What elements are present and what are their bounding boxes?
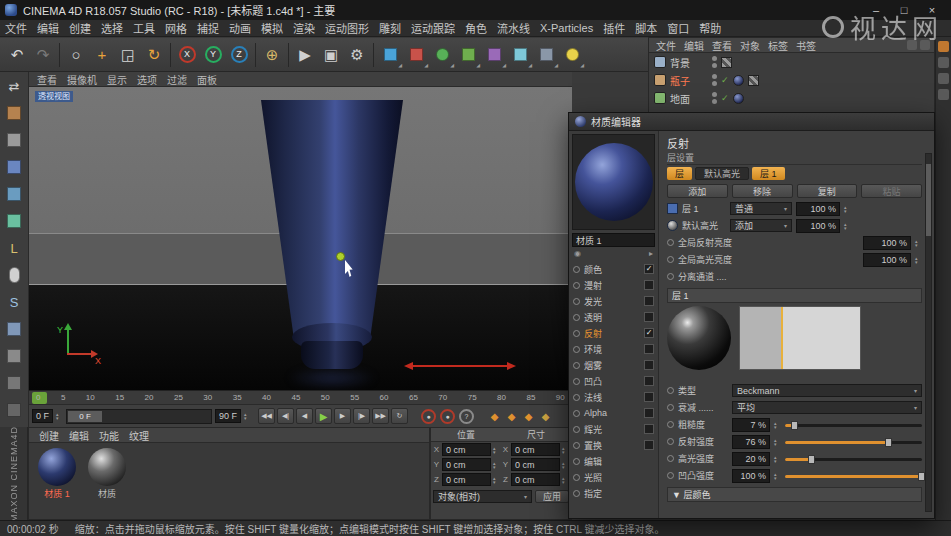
texture-tag-icon[interactable] [721, 57, 732, 68]
param-value-field[interactable]: 100 % [732, 469, 770, 483]
spline-pen-button[interactable]: ◢ [403, 41, 429, 69]
channel-radio-icon[interactable] [573, 298, 580, 305]
workplane-icon[interactable] [2, 318, 26, 340]
channel-radio-icon[interactable] [573, 442, 580, 449]
z-axis-lock-button[interactable]: Z [226, 41, 252, 69]
param-value-field[interactable]: 76 % [732, 435, 770, 449]
keyframe-help-button[interactable]: ? [459, 409, 474, 424]
anim-dot-icon[interactable] [667, 387, 674, 394]
modeling-settings-icon[interactable] [2, 399, 26, 421]
current-frame-stepper[interactable]: ▴▾ [56, 412, 63, 420]
stepper[interactable]: ▴▾ [774, 421, 781, 429]
stepper[interactable]: ▴▾ [493, 476, 500, 484]
menu-item-帮助[interactable]: 帮助 [694, 20, 726, 36]
添加-button[interactable]: 添加 [667, 184, 728, 198]
om-menu-编辑[interactable]: 编辑 [681, 38, 707, 53]
visibility-dots[interactable] [712, 56, 717, 68]
channel-checkbox[interactable]: ✓ [644, 264, 654, 274]
param-slider[interactable] [785, 420, 922, 430]
model-mode-icon[interactable] [2, 102, 26, 124]
material-menu-创建[interactable]: 创建 [35, 428, 63, 443]
keyframe-parameter-icon[interactable]: ◆ [538, 409, 553, 424]
goto-start-button[interactable]: ◀◀ [258, 408, 275, 424]
make-editable-icon[interactable]: ⇄ [2, 75, 26, 97]
render-settings-button[interactable]: ⚙ [344, 41, 370, 69]
channel-置换[interactable]: 置换 [572, 437, 655, 453]
om-menu-对象[interactable]: 对象 [737, 38, 763, 53]
channel-辉光[interactable]: 辉光 [572, 421, 655, 437]
rotate-tool-icon[interactable]: ↻ [141, 41, 167, 69]
position-y-field[interactable]: 0 cm [442, 458, 491, 471]
stepper[interactable]: ▴▾ [915, 239, 922, 247]
coordinates-panel-icon[interactable] [938, 89, 949, 100]
material-swatch[interactable]: 材质 [86, 448, 128, 500]
channel-radio-icon[interactable] [573, 394, 580, 401]
stepper[interactable]: ▴▾ [493, 461, 500, 469]
menu-item-雕刻[interactable]: 雕刻 [374, 20, 406, 36]
material-menu-功能[interactable]: 功能 [95, 428, 123, 443]
subdivision-surface-button[interactable]: ◢ [429, 41, 455, 69]
material-swatch[interactable]: 材质 1 [36, 448, 78, 500]
size-x-field[interactable]: 0 cm [511, 443, 560, 456]
channel-radio-icon[interactable] [573, 330, 580, 337]
viewport-menu-选项[interactable]: 选项 [133, 72, 161, 87]
channel-烟雾[interactable]: 烟雾 [572, 357, 655, 373]
material-preview-area[interactable] [572, 134, 655, 230]
next-frame-button[interactable]: ▶ [334, 408, 351, 424]
layer-strength-field[interactable]: 100 % [796, 202, 840, 216]
param-slider[interactable] [785, 471, 922, 481]
material-name-field[interactable]: 材质 1 [572, 233, 655, 247]
slider-knob[interactable] [918, 472, 925, 481]
viewport-menu-显示[interactable]: 显示 [103, 72, 131, 87]
size-z-field[interactable]: 0 cm [511, 473, 560, 486]
channel-漫射[interactable]: 漫射 [572, 277, 655, 293]
om-filter-icon[interactable] [920, 40, 930, 50]
close-button[interactable]: × [918, 1, 946, 19]
menu-item-插件[interactable]: 插件 [598, 20, 630, 36]
menu-item-运动图形[interactable]: 运动图形 [320, 20, 374, 36]
current-frame-field[interactable]: 0 F [32, 409, 53, 423]
channel-checkbox[interactable] [644, 360, 654, 370]
anim-dot-icon[interactable] [667, 273, 674, 280]
menu-item-模拟[interactable]: 模拟 [256, 20, 288, 36]
menu-item-文件[interactable]: 文件 [0, 20, 32, 36]
channel-checkbox[interactable] [644, 296, 654, 306]
keyframe-scale-icon[interactable]: ◆ [504, 409, 519, 424]
play-button[interactable]: ▶ [315, 408, 332, 424]
material-editor-scrollbar[interactable] [925, 153, 932, 512]
light-button[interactable]: ◢ [559, 41, 585, 69]
preview-expand-icon[interactable]: ▸ [649, 249, 653, 258]
solo-mode-icon[interactable] [2, 264, 26, 286]
viewport-menu-过滤[interactable]: 过滤 [163, 72, 191, 87]
axis-mode-icon[interactable]: L [2, 237, 26, 259]
anim-dot-icon[interactable] [667, 472, 674, 479]
deformer-button[interactable]: ◢ [481, 41, 507, 69]
channel-Alpha[interactable]: Alpha [572, 405, 655, 421]
primitive-cube-button[interactable]: ◢ [377, 41, 403, 69]
viewport-menu-面板[interactable]: 面板 [193, 72, 221, 87]
om-menu-书签[interactable]: 书签 [793, 38, 819, 53]
viewport-menu-摄像机[interactable]: 摄像机 [63, 72, 101, 87]
channel-radio-icon[interactable] [573, 378, 580, 385]
layer-blend-dropdown[interactable]: 普通 ▾ [730, 202, 792, 215]
layer-blend-dropdown[interactable]: 添加 ▾ [730, 219, 792, 232]
menu-item-网格[interactable]: 网格 [160, 20, 192, 36]
autokey-button[interactable]: ● [440, 409, 455, 424]
texture-mode-icon[interactable] [2, 129, 26, 151]
enabled-check-icon[interactable]: ✓ [721, 93, 729, 103]
snap-toggle-icon[interactable]: S [2, 291, 26, 313]
channel-法线[interactable]: 法线 [572, 389, 655, 405]
material-tag-icon[interactable] [733, 75, 744, 86]
channel-radio-icon[interactable] [573, 282, 580, 289]
stepper[interactable]: ▴▾ [493, 446, 500, 454]
redo-icon[interactable]: ↷ [30, 41, 56, 69]
stepper[interactable]: ▴▾ [774, 472, 781, 480]
channel-checkbox[interactable] [644, 312, 654, 322]
om-search-icon[interactable] [907, 40, 917, 50]
scale-tool-icon[interactable]: ◲ [115, 41, 141, 69]
stepper[interactable]: ▴▾ [915, 256, 922, 264]
anim-dot-icon[interactable] [667, 455, 674, 462]
frame-range-slider[interactable]: 0 F [66, 409, 212, 424]
menu-item-运动跟踪[interactable]: 运动跟踪 [406, 20, 460, 36]
record-keyframe-button[interactable]: ● [421, 409, 436, 424]
